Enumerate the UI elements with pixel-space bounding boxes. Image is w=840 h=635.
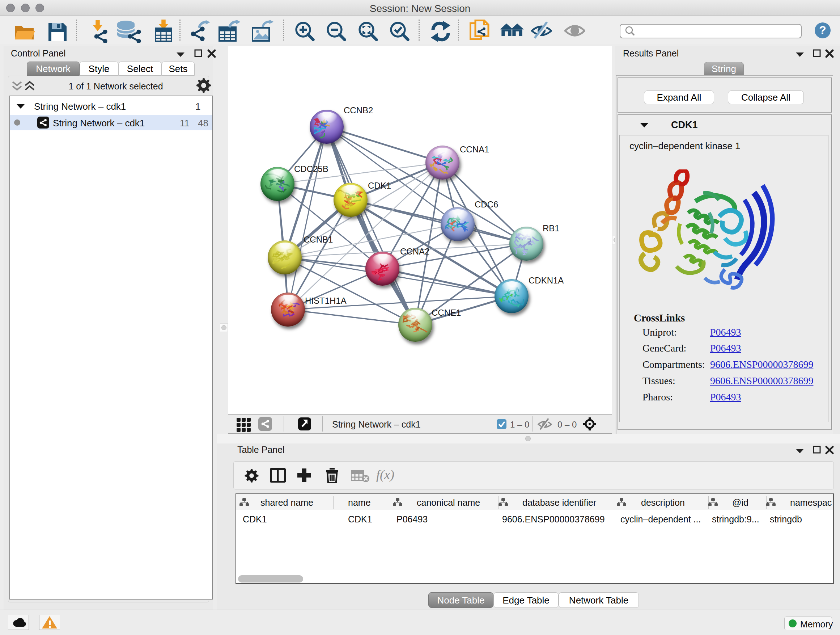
svg-text:?: ? xyxy=(819,24,826,36)
